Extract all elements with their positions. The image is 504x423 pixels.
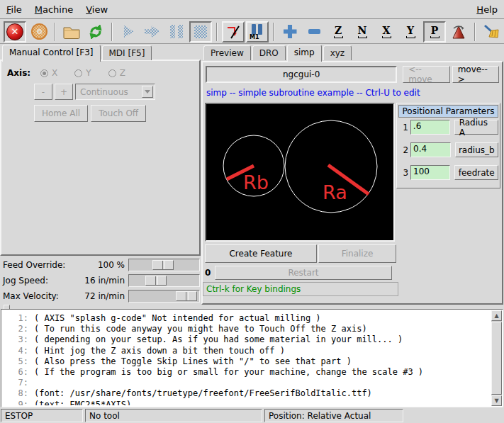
view-x-button[interactable]: X <box>375 21 398 43</box>
gcode-text-area[interactable]: 1:( AXIS "splash g-code" Not intended fo… <box>1 309 503 407</box>
vertical-scrollbar[interactable]: ▲ ▼ <box>491 310 502 406</box>
tab-mdi[interactable]: MDI [F5] <box>102 45 152 60</box>
line-text: (font: /usr/share/fonts/truetype/freefon… <box>34 388 372 399</box>
jog-minus-button[interactable]: - <box>34 84 52 100</box>
view-y-icon: Y <box>406 26 415 38</box>
axis-radio-x[interactable]: X <box>40 68 57 78</box>
param-name-radius-b[interactable]: radius_b <box>455 142 498 157</box>
line-text: ( depending on your setup. As if you had… <box>34 334 403 345</box>
move-left-button[interactable]: <--move <box>403 66 449 83</box>
status-machine-state: ESTOP <box>1 409 83 422</box>
feed-override-slider[interactable] <box>128 259 200 271</box>
machine-power-button[interactable] <box>28 21 50 43</box>
toggle-optional-pause-button[interactable]: M1 <box>246 21 269 43</box>
tab-simp[interactable]: simp <box>287 45 322 62</box>
radio-icon <box>74 69 82 77</box>
line-text: (text: EMC2*5*AXIS) <box>34 400 131 405</box>
line-text: ( If the program is too big or small for… <box>34 367 423 378</box>
menu-view[interactable]: View <box>79 1 114 18</box>
jog-speed-value: 16 in/min <box>68 276 125 286</box>
step-icon <box>145 25 161 39</box>
slider-handle[interactable] <box>152 260 174 270</box>
param-entry-radius-a[interactable]: .6 <box>410 120 450 135</box>
keybinding-hint: Ctrl-k for Key bindings <box>203 282 398 296</box>
restart-count: 0 <box>205 268 215 278</box>
left-tabs: Manual Control [F3] MDI [F5] <box>2 44 153 60</box>
tab-dro[interactable]: DRO <box>252 45 286 60</box>
param-entry-feedrate[interactable]: 100 <box>410 165 450 180</box>
line-number: 5: <box>3 356 34 367</box>
param-entry-radius-b[interactable]: 0.4 <box>410 142 450 157</box>
view-z-button[interactable]: Z <box>327 21 349 43</box>
line-number: 9: <box>3 400 34 405</box>
view-perspective-button[interactable]: P <box>423 21 446 43</box>
home-row: Home All Touch Off <box>34 105 149 122</box>
menu-file[interactable]: File <box>0 1 28 18</box>
ngcgui-instance-select[interactable]: ngcgui-0 <box>206 66 397 83</box>
zoom-out-button[interactable] <box>303 21 325 43</box>
toggle-skip-lines-button[interactable] <box>222 21 245 43</box>
scrollbar-thumb[interactable] <box>491 322 502 395</box>
scroll-up-icon[interactable]: ▲ <box>491 310 502 321</box>
jog-row: - + Continuous <box>34 84 155 100</box>
stop-button[interactable] <box>189 21 212 43</box>
view-z2-button[interactable]: N <box>351 21 374 43</box>
touch-off-button[interactable]: Touch Off <box>91 105 146 122</box>
param-number: 2 <box>398 145 410 155</box>
move-right-button[interactable]: move--> <box>452 66 499 83</box>
radio-icon <box>40 69 48 77</box>
gcode-lines: 1:( AXIS "splash g-code" Not intended fo… <box>3 311 491 405</box>
axis-radio-z[interactable]: Z <box>108 68 125 78</box>
optional-pause-icon: M1 <box>249 23 266 40</box>
rotate-view-button[interactable] <box>447 21 470 43</box>
max-velocity-slider[interactable] <box>128 290 200 303</box>
tab-xyz[interactable]: xyz <box>323 45 352 60</box>
scroll-down-icon[interactable]: ▼ <box>491 395 502 406</box>
create-feature-button[interactable]: Create Feature <box>205 244 317 263</box>
slider-handle[interactable] <box>145 276 167 286</box>
gcode-line: 1:( AXIS "splash g-code" Not intended fo… <box>3 313 491 324</box>
estop-button[interactable]: ✕ <box>4 21 26 43</box>
radio-icon <box>108 69 116 77</box>
home-all-button[interactable]: Home All <box>34 105 88 122</box>
feed-override-row: Feed Override: 100 % <box>0 258 201 273</box>
reload-button[interactable] <box>84 21 107 43</box>
menu-help[interactable]: Help <box>470 1 504 18</box>
view-x-icon: X <box>382 26 391 38</box>
feature-buttons: Create Feature Finalize <box>205 244 396 263</box>
slider-handle[interactable] <box>176 291 197 301</box>
step-button[interactable] <box>141 21 164 43</box>
view-y-button[interactable]: Y <box>399 21 422 43</box>
toolbar-separator <box>216 23 218 41</box>
run-button[interactable] <box>117 21 140 43</box>
line-text: ( To run this code anyway you might have… <box>34 324 367 334</box>
axis-radio-y[interactable]: Y <box>74 68 91 78</box>
gcode-line: 8:(font: /usr/share/fonts/truetype/freef… <box>3 388 491 399</box>
stop-icon <box>194 26 207 38</box>
param-row: 3 100 feedrate <box>398 165 498 180</box>
preview-canvas[interactable]: Rb Ra <box>205 103 395 242</box>
restart-button[interactable]: Restart <box>215 266 392 280</box>
menubar: File Machine View Help <box>0 0 504 19</box>
param-row: 2 0.4 radius_b <box>398 142 498 157</box>
line-number: 4: <box>3 346 34 356</box>
open-file-button[interactable] <box>60 21 83 43</box>
label-rb: Rb <box>243 171 269 193</box>
tab-preview[interactable]: Preview <box>203 45 251 60</box>
gcode-line: 9:(text: EMC2*5*AXIS) <box>3 400 491 405</box>
view-perspective-icon: P <box>430 26 439 38</box>
jog-speed-slider[interactable] <box>128 274 200 287</box>
jog-mode-select[interactable]: Continuous <box>75 84 155 100</box>
feed-override-label: Feed Override: <box>3 260 65 270</box>
param-name-feedrate[interactable]: feedrate <box>454 165 498 180</box>
tab-manual-control[interactable]: Manual Control [F3] <box>2 45 101 62</box>
toolbar-separator <box>111 23 113 41</box>
param-name-radius-a[interactable]: Radius A <box>454 120 498 135</box>
finalize-button[interactable]: Finalize <box>318 244 396 263</box>
jog-plus-button[interactable]: + <box>55 84 73 100</box>
menu-machine[interactable]: Machine <box>28 1 79 18</box>
pause-button[interactable] <box>165 21 188 43</box>
zoom-in-button[interactable] <box>279 21 301 43</box>
gcode-line: 7: <box>3 378 491 388</box>
clear-plot-button[interactable] <box>480 21 503 43</box>
